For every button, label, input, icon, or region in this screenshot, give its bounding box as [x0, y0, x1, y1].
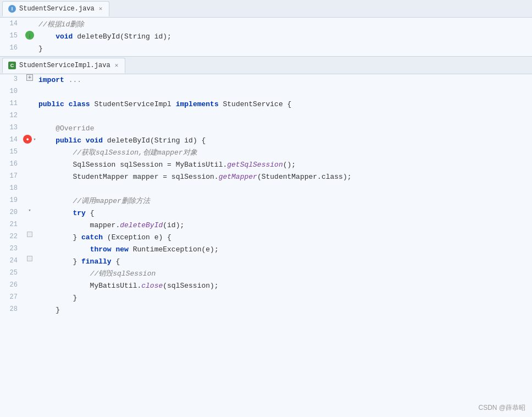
fold-icon-3[interactable]: +: [26, 74, 33, 81]
line-code-22: } catch (Exception e) {: [36, 232, 532, 244]
line-num-23: 23: [0, 244, 23, 254]
line-num-21: 21: [0, 220, 23, 229]
line-code-24: } finally {: [36, 256, 532, 268]
line-code-f1-15: void deleteById(String id);: [36, 31, 532, 43]
line-code-21: mapper.deleteById(id);: [36, 220, 532, 232]
fold-triangle-20[interactable]: ▾: [28, 207, 31, 213]
watermark: CSDN @薛恭昭: [478, 403, 525, 413]
line-num-17: 17: [0, 171, 23, 181]
line-num-f1-16: 16: [0, 43, 23, 53]
line-num-f1-14: 14: [0, 19, 23, 29]
line-num-18: 18: [0, 183, 23, 193]
line-code-17: StudentMapper mapper = sqlSession.getMap…: [36, 171, 532, 183]
line-code-16: SqlSession sqlSession = MyBatisUtil.getS…: [36, 159, 532, 171]
line-code-f1-14: //根据id删除: [36, 19, 532, 31]
bookmark-24: [27, 256, 32, 261]
code-line-16: 16 SqlSession sqlSession = MyBatisUtil.g…: [0, 159, 532, 171]
main-code-wrapper: 3 + import ... 10 11 public class Studen…: [0, 74, 532, 417]
line-num-27: 27: [0, 292, 23, 302]
code-line-f1-16: 16 }: [0, 43, 532, 55]
file2-code-section: 3 + import ... 10 11 public class Studen…: [0, 74, 532, 417]
gutter-red-icon-14[interactable]: ●: [23, 135, 32, 144]
line-code-25: //销毁sqlSession: [36, 268, 532, 280]
gutter-24: [23, 256, 36, 261]
line-num-24: 24: [0, 256, 23, 266]
line-code-14: public void deleteById(String id) {: [36, 135, 532, 147]
code-line-12: 12: [0, 111, 532, 123]
gutter-20: ▾: [23, 207, 36, 213]
gutter-f1-15: ↓: [23, 31, 36, 40]
tab-close-student-service[interactable]: ✕: [98, 5, 104, 12]
tab-student-service[interactable]: I StudentService.java ✕: [2, 1, 109, 17]
code-line-15: 15 //获取sqlSession,创建mapper对象: [0, 147, 532, 159]
code-line-27: 27 }: [0, 292, 532, 304]
gutter-3: +: [23, 74, 36, 81]
line-code-11: public class StudentServiceImpl implemen…: [36, 98, 532, 111]
gutter-22: [23, 232, 36, 237]
line-num-22: 22: [0, 232, 23, 242]
line-code-13: @Override: [36, 123, 532, 135]
tab-label-student-service: StudentService.java: [19, 5, 95, 13]
code-line-18: 18: [0, 183, 532, 195]
code-line-14: 14 ● ▾ public void deleteById(String id)…: [0, 135, 532, 147]
line-num-14: 14: [0, 135, 23, 145]
line-code-10: [36, 86, 532, 98]
gutter-green-icon-15[interactable]: ↓: [25, 31, 34, 40]
line-num-15: 15: [0, 147, 23, 157]
code-line-f1-15: 15 ↓ void deleteById(String id);: [0, 31, 532, 43]
code-line-20: 20 ▾ try {: [0, 207, 532, 220]
code-line-f1-14: 14 //根据id删除: [0, 19, 532, 31]
line-code-28: }: [36, 304, 532, 316]
line-num-12: 12: [0, 111, 23, 120]
code-line-13: 13 @Override: [0, 123, 532, 135]
line-code-3: import ...: [36, 74, 532, 86]
line-code-20: try {: [36, 207, 532, 220]
file1-code-section: 14 //根据id删除 15 ↓ void deleteById(String …: [0, 18, 532, 57]
interface-icon: I: [8, 5, 16, 13]
code-line-22: 22 } catch (Exception e) {: [0, 232, 532, 244]
code-line-23: 23 throw new RuntimeException(e);: [0, 244, 532, 256]
line-num-16: 16: [0, 159, 23, 169]
code-line-10: 10: [0, 86, 532, 98]
line-code-23: throw new RuntimeException(e);: [36, 244, 532, 256]
code-line-19: 19 //调用mapper删除方法: [0, 195, 532, 207]
editor-container: I StudentService.java ✕ 14 //根据id删除 15 ↓…: [0, 0, 532, 417]
line-num-26: 26: [0, 280, 23, 290]
code-line-3: 3 + import ...: [0, 74, 532, 86]
line-code-15: //获取sqlSession,创建mapper对象: [36, 147, 532, 159]
tab-bar-top: I StudentService.java ✕: [0, 0, 532, 18]
code-line-17: 17 StudentMapper mapper = sqlSession.get…: [0, 171, 532, 183]
fold-triangle-14[interactable]: ▾: [33, 136, 36, 142]
line-code-f1-16: }: [36, 43, 532, 55]
code-line-25: 25 //销毁sqlSession: [0, 268, 532, 280]
line-code-19: //调用mapper删除方法: [36, 195, 532, 207]
tab-student-service-impl[interactable]: C StudentServiceImpl.java ✕: [2, 58, 125, 73]
code-line-11: 11 public class StudentServiceImpl imple…: [0, 98, 532, 111]
line-num-11: 11: [0, 98, 23, 108]
line-code-18: [36, 183, 532, 195]
code-line-26: 26 MyBatisUtil.close(sqlSession);: [0, 280, 532, 292]
line-num-19: 19: [0, 195, 23, 205]
line-code-12: [36, 111, 532, 123]
code-line-24: 24 } finally {: [0, 256, 532, 268]
tab-bar-second: C StudentServiceImpl.java ✕: [0, 57, 532, 74]
line-num-3: 3: [0, 74, 23, 84]
line-code-26: MyBatisUtil.close(sqlSession);: [36, 280, 532, 292]
line-num-20: 20: [0, 207, 23, 217]
line-num-f1-15: 15: [0, 31, 23, 41]
line-code-27: }: [36, 292, 532, 304]
tab-label-student-service-impl: StudentServiceImpl.java: [19, 62, 110, 69]
tab-close-student-service-impl[interactable]: ✕: [114, 62, 120, 69]
code-line-28: 28 }: [0, 304, 532, 316]
line-num-10: 10: [0, 86, 23, 96]
gutter-14: ● ▾: [23, 135, 36, 144]
line-num-28: 28: [0, 304, 23, 314]
class-icon: C: [8, 62, 16, 69]
bookmark-22: [27, 232, 32, 237]
line-num-13: 13: [0, 123, 23, 133]
code-line-21: 21 mapper.deleteById(id);: [0, 220, 532, 232]
line-num-25: 25: [0, 268, 23, 278]
